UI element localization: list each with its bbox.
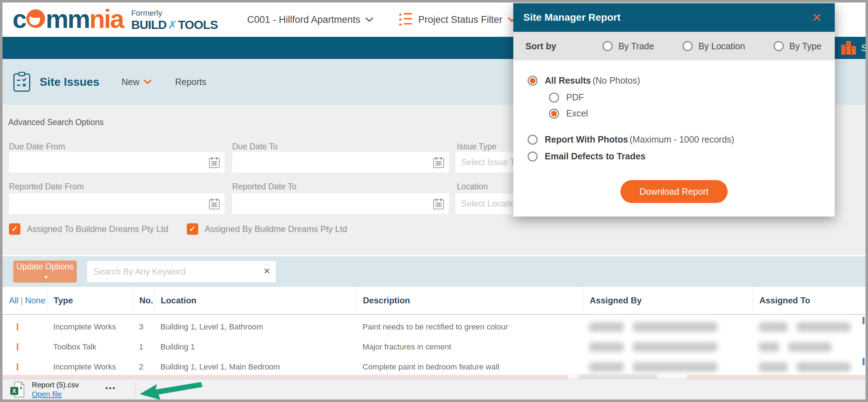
radio-icon [528, 152, 538, 162]
table-row[interactable]: Incomplete Works 3 Building 1, Level 1, … [3, 317, 865, 337]
radio-icon [683, 41, 693, 51]
commnia-wordmark: cmmnia [13, 6, 123, 32]
header-center: C001 - Hillford Apartments ★ ★ ★ Project… [247, 3, 516, 37]
row-checkbox[interactable] [17, 323, 18, 331]
logo-subbrand: Formerly BUILD✗TOOLS [131, 6, 218, 32]
reported-date-to-label: Reported Date To [232, 182, 296, 192]
radio-report-with-photos[interactable]: Report With Photos (Maximum - 1000 recor… [528, 134, 835, 145]
buildtools-tools: TOOLS [178, 18, 218, 32]
due-date-from-label: Due Date From [9, 142, 65, 152]
radio-excel[interactable]: Excel [549, 108, 835, 119]
due-date-to-input[interactable] [232, 152, 449, 173]
reported-date-from-input[interactable] [9, 193, 225, 214]
redacted-link-mark [863, 317, 864, 324]
project-selector-label: C001 - Hillford Apartments [247, 14, 360, 25]
page-title: Site Issues [40, 75, 99, 89]
radio-all-results[interactable]: All Results (No Photos) [528, 75, 835, 86]
svg-text:★: ★ [398, 22, 403, 27]
select-all-link[interactable]: All [9, 296, 19, 306]
col-header-type: Type [47, 287, 133, 314]
radio-by-type[interactable]: By Type [774, 41, 822, 51]
download-item[interactable]: X a Report (5).csv Open file [10, 381, 79, 398]
cell-location: Building 1, Level 1, Main Bedroom [154, 362, 356, 372]
cell-description: Major fractures in cement [356, 342, 583, 352]
radio-email-defects[interactable]: Email Defects to Trades [528, 151, 835, 162]
shelf-divider [135, 381, 136, 397]
close-icon[interactable]: ✕ [812, 11, 822, 24]
radio-by-trade[interactable]: By Trade [603, 41, 654, 51]
checked-checkbox-icon [187, 223, 198, 235]
report-with-photos-label: Report With Photos [545, 134, 628, 144]
calendar-icon[interactable] [433, 198, 444, 210]
cell-description: Paint needs to be rectified to green col… [356, 322, 583, 332]
calendar-icon[interactable] [209, 157, 220, 168]
calendar-icon[interactable] [209, 198, 220, 210]
radio-selected-icon [549, 109, 559, 119]
all-results-note: (No Photos) [593, 75, 640, 85]
issue-type-label: Issue Type [457, 142, 497, 152]
partial-next-row [3, 375, 865, 379]
email-defects-label: Email Defects to Trades [545, 151, 645, 162]
cell-assigned-by-redacted [583, 362, 753, 372]
svg-text:a: a [20, 385, 22, 390]
checkbox-assigned-by-label: Assigned By Buildme Dreams Pty Ltd [205, 224, 347, 234]
table-row[interactable]: Incomplete Works 2 Building 1, Level 1, … [3, 357, 865, 377]
open-file-link[interactable]: Open file [32, 390, 79, 398]
buildings-icon [841, 41, 856, 55]
keyword-search: ✕ [87, 260, 276, 283]
radio-by-type-label: By Type [789, 41, 822, 51]
app-window: cmmnia Formerly BUILD✗TOOLS C001 - Hillf… [3, 3, 865, 399]
advanced-search-title: Advanced Search Options [8, 118, 104, 127]
download-filename: Report (5).csv [32, 381, 79, 389]
due-date-from-input[interactable] [9, 152, 225, 173]
project-status-filter[interactable]: ★ ★ ★ Project Status Filter [398, 12, 516, 28]
radio-icon [603, 41, 613, 51]
download-shelf: X a Report (5).csv Open file ••• [3, 379, 865, 399]
table-row[interactable]: Toolbox Talk 1 Building 1 Major fracture… [3, 337, 865, 357]
annotation-arrow-icon [139, 380, 203, 399]
cell-no: 3 [133, 322, 154, 332]
download-report-button[interactable]: Download Report [620, 180, 728, 203]
select-none-link[interactable]: None [25, 296, 45, 306]
cell-type: Toolbox Talk [47, 342, 133, 352]
sort-options: By Trade By Location By Type [603, 41, 822, 51]
radio-icon [528, 135, 538, 145]
row-checkbox[interactable] [17, 343, 18, 351]
radio-by-location[interactable]: By Location [683, 41, 745, 51]
col-header-assigned-by: Assigned By [583, 287, 753, 314]
clear-search-icon[interactable]: ✕ [263, 266, 270, 276]
cell-no: 1 [133, 342, 154, 352]
pdf-label: PDF [566, 92, 584, 103]
project-selector[interactable]: C001 - Hillford Apartments [247, 14, 373, 25]
divider: | [21, 296, 23, 306]
calendar-icon[interactable] [433, 157, 444, 168]
row-checkbox[interactable] [17, 363, 18, 371]
svg-text:★: ★ [398, 17, 403, 22]
menu-new[interactable]: New [121, 77, 151, 87]
modal-title: Site Manager Report [523, 12, 620, 23]
cell-assigned-to-redacted [753, 362, 865, 372]
col-header-no: No. [133, 287, 154, 314]
logo-letters-mm: mm [46, 5, 89, 33]
radio-by-location-label: By Location [698, 41, 745, 51]
col-header-location: Location [154, 287, 356, 314]
cell-assigned-to-redacted [753, 322, 865, 332]
checkbox-assigned-by[interactable]: Assigned By Buildme Dreams Pty Ltd [187, 223, 347, 235]
menu-reports[interactable]: Reports [175, 77, 206, 87]
cell-no: 2 [133, 362, 154, 372]
due-date-to-label: Due Date To [232, 142, 278, 152]
more-options-icon[interactable]: ••• [105, 384, 116, 392]
nav-item-site[interactable]: Site [841, 37, 865, 59]
issues-table: All|None Type No. Location Description A… [3, 287, 865, 377]
reported-date-to-input[interactable] [232, 193, 449, 214]
chevron-down-icon [144, 80, 151, 84]
cell-location: Building 1 [154, 342, 356, 352]
cell-type: Incomplete Works [47, 322, 133, 332]
keyword-search-input[interactable] [87, 260, 276, 283]
checkbox-assigned-to[interactable]: Assigned To Buildme Dreams Pty Ltd [9, 223, 168, 235]
checked-checkbox-icon [9, 223, 20, 235]
modal-header: Site Manager Report ✕ [513, 3, 835, 32]
radio-pdf[interactable]: PDF [549, 92, 835, 103]
update-options-button[interactable]: Update Options ▾ [13, 260, 77, 283]
buildtools-wordmark: BUILD✗TOOLS [131, 18, 218, 32]
